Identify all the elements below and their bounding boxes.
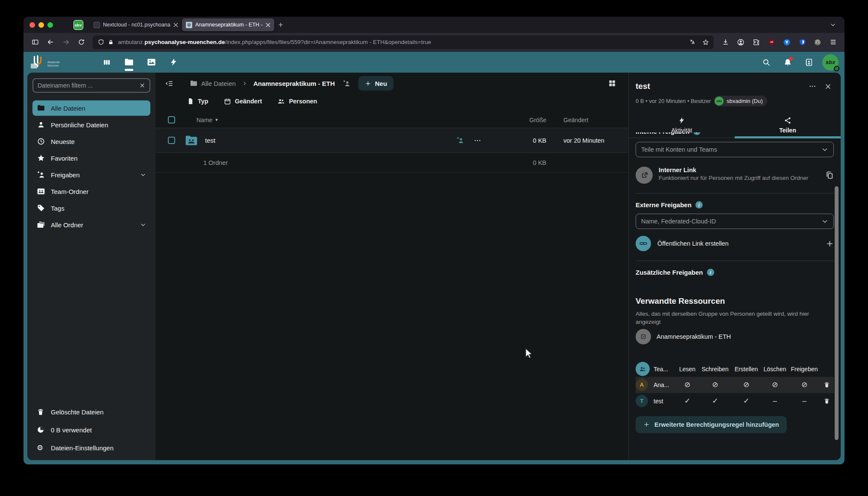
sidebar-item-quota[interactable]: 0 B verwendet [32, 422, 150, 438]
column-modified[interactable]: Geändert [563, 117, 618, 123]
copy-link-icon[interactable] [825, 171, 834, 179]
user-avatar[interactable]: sbx [822, 54, 839, 70]
info-icon[interactable]: i [693, 132, 701, 135]
chevron-down-icon[interactable] [140, 172, 146, 178]
filter-chip-geaendert[interactable]: Geändert [224, 98, 262, 105]
sidebar-item-alle-ordner[interactable]: Alle Ordner [32, 217, 150, 232]
acl-rule-row[interactable]: T test ✓ ✓ ✓ – – [636, 393, 834, 409]
add-advanced-permission-button[interactable]: Erweiterte Berechtigungsregel hinzufügen [636, 416, 787, 433]
activity-app-icon[interactable] [165, 53, 182, 72]
pinned-tab-sbx[interactable]: sbx [71, 18, 85, 31]
info-icon[interactable]: i [695, 201, 703, 208]
share-recipient-input[interactable]: Teile mit Konten und Teams [636, 142, 834, 157]
permission-icon[interactable]: ⊘ [789, 380, 820, 389]
sort-descending-icon[interactable]: ▾ [215, 117, 218, 123]
delete-rule-icon[interactable] [820, 382, 833, 388]
chevron-down-icon[interactable] [140, 222, 146, 228]
owner-chip[interactable]: sbx sbxadmin (Du) [714, 96, 767, 106]
clear-filter-icon[interactable] [139, 82, 145, 88]
file-name[interactable]: test [205, 137, 215, 144]
permission-icon[interactable]: ✓ [676, 396, 699, 405]
sidebar-item-dateien-einstellungen[interactable]: ⚙ Dateien-Einstellungen [32, 440, 150, 456]
search-icon[interactable] [758, 54, 774, 70]
permission-icon[interactable]: ⊘ [699, 380, 731, 389]
sidebar-item-tags[interactable]: Tags [32, 200, 150, 216]
sidebar-item-freigaben[interactable]: Freigaben [32, 167, 150, 182]
minimize-window-button[interactable] [38, 22, 44, 28]
notifications-bell-icon[interactable] [780, 54, 796, 70]
column-name[interactable]: Name [196, 117, 212, 123]
reload-button[interactable] [74, 35, 88, 49]
grid-view-toggle-icon[interactable] [604, 76, 620, 91]
extensions-puzzle-icon[interactable] [749, 35, 763, 49]
select-all-checkbox[interactable] [168, 116, 175, 123]
extension-v-icon[interactable] [780, 35, 794, 49]
permission-icon[interactable]: – [789, 397, 820, 405]
scrollbar-thumb[interactable] [835, 186, 839, 440]
share-folder-icon[interactable] [343, 79, 351, 88]
back-button[interactable] [43, 35, 58, 49]
row-checkbox[interactable] [168, 137, 175, 144]
permission-icon[interactable]: ✓ [699, 396, 731, 405]
ublock-origin-icon[interactable]: uO [764, 35, 779, 49]
sidebar-toggle-button[interactable] [28, 35, 42, 49]
robot-extension-icon[interactable] [810, 35, 825, 49]
menu-hamburger-icon[interactable] [826, 35, 840, 49]
file-row-test[interactable]: test 0 KB vor 20 Minuten [155, 128, 628, 153]
breadcrumb-current[interactable]: Anamnesepraktikum - ETH [253, 80, 335, 87]
contacts-icon[interactable] [801, 54, 817, 70]
translate-icon[interactable] [686, 36, 699, 48]
delete-rule-icon[interactable] [820, 398, 833, 404]
list-all-tabs-button[interactable] [827, 18, 839, 31]
maximize-window-button[interactable] [47, 22, 53, 28]
permission-icon[interactable]: ⊘ [731, 380, 761, 389]
sidebar-item-persoenliche-dateien[interactable]: Persönliche Dateien [32, 117, 150, 132]
new-tab-button[interactable] [274, 18, 287, 31]
filter-filenames-input[interactable]: Dateinamen filtern ... [32, 78, 150, 93]
bookmark-star-icon[interactable] [699, 36, 712, 48]
downloads-icon[interactable] [718, 35, 733, 49]
sidebar-item-team-ordner[interactable]: Team-Ordner [32, 184, 150, 199]
sidebar-item-alle-dateien[interactable]: Alle Dateien [32, 100, 150, 116]
row-share-icon[interactable] [456, 136, 464, 144]
new-button[interactable]: Neu [358, 76, 393, 91]
row-actions-menu-icon[interactable] [474, 137, 481, 144]
account-icon[interactable] [733, 35, 748, 49]
permission-icon[interactable]: ✓ [731, 396, 761, 405]
shield-icon[interactable] [98, 39, 104, 45]
files-app-icon[interactable] [121, 53, 137, 72]
tab-anamnesepraktikum[interactable]: ψ Anamnesepraktikum - ETH - Alle [182, 18, 274, 31]
permission-icon[interactable]: – [761, 397, 789, 405]
details-menu-icon[interactable] [805, 79, 820, 94]
sidebar-item-favoriten[interactable]: Favoriten [32, 150, 150, 166]
group-folder-icon [37, 187, 45, 196]
url-bar[interactable]: ambulanz.psychoanalyse-muenchen.de/index… [93, 35, 714, 49]
acl-col-schreiben: Schreiben [699, 366, 731, 373]
academy-logo[interactable]: AkademieMünchen [30, 54, 81, 71]
close-details-icon[interactable] [820, 79, 836, 94]
sidebar-item-geloeschte-dateien[interactable]: Gelöschte Dateien [32, 404, 150, 420]
close-tab-icon[interactable] [266, 23, 270, 27]
related-resource-item[interactable]: Anamnesepraktikum - ETH [636, 329, 834, 344]
filter-chip-personen[interactable]: Personen [277, 97, 317, 105]
collapse-sidebar-icon[interactable] [161, 76, 177, 91]
tab-nextcloud[interactable]: Nextcloud - nc01.psychoanalyse [90, 18, 182, 31]
acl-rule-row[interactable]: A Ana... ⊘ ⊘ ⊘ ⊘ ⊘ [636, 377, 834, 393]
close-window-button[interactable] [29, 22, 35, 28]
permission-icon[interactable]: ⊘ [676, 380, 699, 389]
forward-button[interactable] [59, 35, 73, 49]
close-tab-icon[interactable] [173, 23, 178, 27]
federated-share-input[interactable]: Name, Federated-Cloud-ID [636, 214, 834, 229]
filter-chip-typ[interactable]: Typ [187, 98, 208, 105]
permission-icon[interactable]: ⊘ [761, 380, 789, 389]
photos-app-icon[interactable] [143, 53, 159, 72]
lock-icon[interactable] [108, 39, 114, 45]
info-icon[interactable]: i [707, 269, 714, 276]
breadcrumb-root[interactable]: Alle Dateien [201, 80, 236, 87]
add-public-link-icon[interactable] [826, 240, 834, 248]
create-public-link-row[interactable]: Öffentlichen Link erstellen [636, 236, 834, 251]
column-size[interactable]: Größe [499, 117, 546, 123]
dashboard-app-icon[interactable] [99, 53, 115, 72]
bitwarden-shield-icon[interactable] [795, 35, 809, 49]
sidebar-item-neueste[interactable]: Neueste [32, 134, 150, 149]
